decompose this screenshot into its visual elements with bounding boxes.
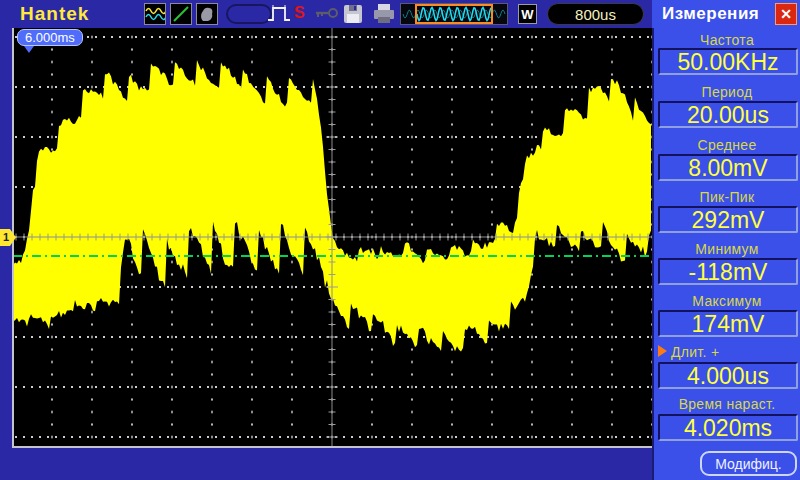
preview-selection-window[interactable] — [415, 4, 493, 24]
pulse-icon[interactable] — [266, 3, 292, 25]
measure-value: 4.020ms — [658, 414, 798, 441]
oscilloscope-screen: Hantek S W 800us Измерени — [0, 0, 800, 480]
close-icon[interactable]: ✕ — [775, 3, 797, 25]
trigger-offset-bubble[interactable]: 6.000ms — [17, 29, 83, 46]
cursor-line-icon[interactable] — [170, 3, 192, 25]
brand-logo: Hantek — [20, 3, 89, 25]
modify-button[interactable]: Модифиц. — [700, 451, 797, 476]
measure-label: Минимум — [654, 241, 800, 257]
measure-label: Длит. + — [654, 344, 800, 360]
hand-icon[interactable] — [196, 3, 218, 25]
status-bar: AC 20 50.0mV CH1 -18.0mV 57.4170KHz — [0, 448, 652, 480]
channel-waves-icon[interactable] — [144, 3, 166, 25]
measure-value: -118mV — [658, 258, 798, 285]
measure-label: Частота — [654, 32, 800, 48]
measure-label: Пик-Пик — [654, 189, 800, 205]
measure-label: Время нараст. — [654, 396, 800, 412]
measure-value: 174mV — [658, 310, 798, 337]
measure-value: 292mV — [658, 206, 798, 233]
window-w-icon[interactable]: W — [518, 4, 537, 24]
scope-display — [13, 28, 652, 448]
measure-value: 50.00KHz — [658, 48, 798, 75]
measurements-header: Измерения ✕ — [652, 0, 800, 28]
measure-label: Максимум — [654, 293, 800, 309]
measure-label: Период — [654, 84, 800, 100]
trigger-level-line — [13, 255, 652, 257]
save-floppy-icon[interactable] — [342, 3, 364, 25]
print-icon[interactable] — [372, 3, 396, 25]
measurements-panel: Частота 50.00KHz Период 20.00us Среднее … — [652, 28, 800, 480]
measure-value: 20.00us — [658, 101, 798, 128]
graticule-axes — [13, 28, 652, 448]
lock-key-icon[interactable] — [314, 3, 340, 23]
measure-label: Среднее — [654, 137, 800, 153]
measure-value: 8.00mV — [658, 154, 798, 181]
trigger-offset-pointer — [24, 46, 34, 53]
measure-value: 4.000us — [658, 362, 798, 389]
waveform-preview[interactable] — [400, 3, 508, 25]
panel-title: Измерения — [662, 4, 759, 24]
autoscale-s-icon[interactable]: S — [294, 4, 305, 22]
timebase-readout: 800us — [547, 3, 644, 25]
